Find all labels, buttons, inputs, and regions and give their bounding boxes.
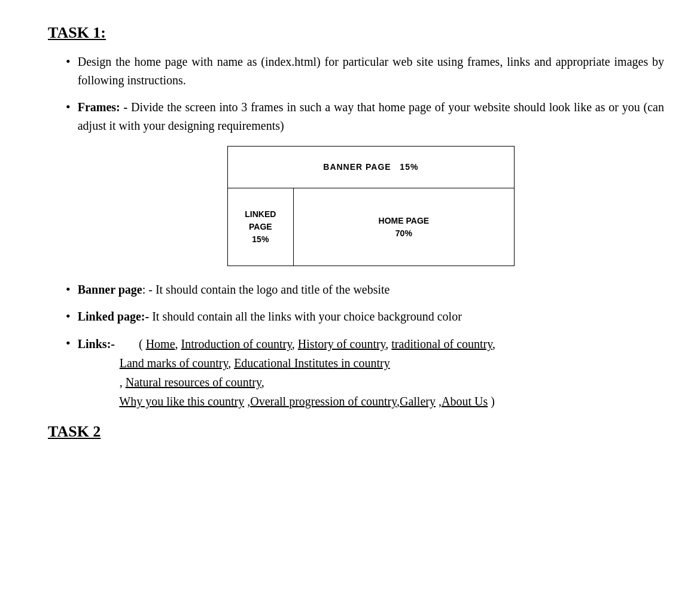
item-frames-content: Frames: - Divide the screen into 3 frame… bbox=[78, 98, 664, 272]
list-item: • Banner page: - It should contain the l… bbox=[66, 280, 664, 299]
link-landmarks: Land marks of country bbox=[120, 356, 228, 370]
item-linked-content: Linked page:- It should contain all the … bbox=[78, 307, 664, 326]
task1-section: TASK 1: • Design the home page with name… bbox=[48, 24, 664, 441]
links-bold-label: Links:- bbox=[78, 337, 115, 350]
list-item: • Links:- ( Home, Introduction of countr… bbox=[66, 334, 664, 411]
link-overall: Overall progression of country bbox=[250, 395, 397, 408]
task2-heading: TASK 2 bbox=[48, 423, 664, 441]
linked-page-text: It should contain all the links with you… bbox=[149, 310, 462, 323]
link-gallery: Gallery bbox=[400, 395, 436, 408]
banner-label: BANNER PAGE 15% bbox=[323, 162, 418, 172]
link-home: Home bbox=[146, 337, 175, 350]
list-item: • Linked page:- It should contain all th… bbox=[66, 307, 664, 326]
content-row: LINKEDPAGE15% HOME PAGE70% bbox=[227, 188, 514, 266]
banner-row: BANNER PAGE 15% bbox=[227, 147, 514, 188]
bullet-icon: • bbox=[66, 282, 71, 297]
item-links-content: Links:- ( Home, Introduction of country,… bbox=[78, 334, 664, 411]
item-design-content: Design the home page with name as (index… bbox=[78, 53, 664, 90]
frames-diagram: BANNER PAGE 15% LINKEDPAGE15% HOME PAGE7… bbox=[227, 146, 515, 266]
link-why: Why you like this country bbox=[119, 395, 244, 408]
bullet-icon: • bbox=[66, 309, 71, 324]
item-banner-content: Banner page: - It should contain the log… bbox=[78, 280, 664, 299]
link-history: History of country bbox=[298, 337, 385, 350]
list-item: • Frames: - Divide the screen into 3 fra… bbox=[66, 98, 664, 272]
banner-page-text: : - It should contain the logo and title… bbox=[142, 283, 390, 296]
frames-text: Divide the screen into 3 frames in such … bbox=[78, 100, 664, 132]
linked-cell: LINKEDPAGE15% bbox=[227, 188, 293, 266]
linked-page-bold: Linked page:- bbox=[78, 310, 149, 323]
frames-bold-label: Frames: - bbox=[78, 100, 128, 114]
task1-list: • Design the home page with name as (ind… bbox=[66, 53, 664, 411]
links-text: ( Home, Introduction of country, History… bbox=[78, 337, 495, 408]
item-design-text: Design the home page with name as (index… bbox=[78, 55, 664, 87]
link-traditional: traditional of country bbox=[391, 337, 492, 350]
homepage-cell: HOME PAGE70% bbox=[293, 188, 514, 266]
bullet-icon: • bbox=[66, 336, 71, 351]
task1-heading: TASK 1: bbox=[48, 24, 664, 42]
link-natural: Natural resources of country bbox=[126, 376, 261, 389]
frames-table: BANNER PAGE 15% LINKEDPAGE15% HOME PAGE7… bbox=[227, 146, 515, 266]
link-intro: Introduction of country bbox=[181, 337, 292, 350]
link-educational: Educational Institutes in country bbox=[234, 356, 390, 370]
banner-cell: BANNER PAGE 15% bbox=[227, 147, 514, 188]
banner-page-bold: Banner page bbox=[78, 283, 142, 296]
bullet-icon: • bbox=[66, 54, 71, 69]
bullet-icon: • bbox=[66, 99, 71, 115]
list-item: • Design the home page with name as (ind… bbox=[66, 53, 664, 90]
link-about: About Us bbox=[442, 395, 488, 408]
